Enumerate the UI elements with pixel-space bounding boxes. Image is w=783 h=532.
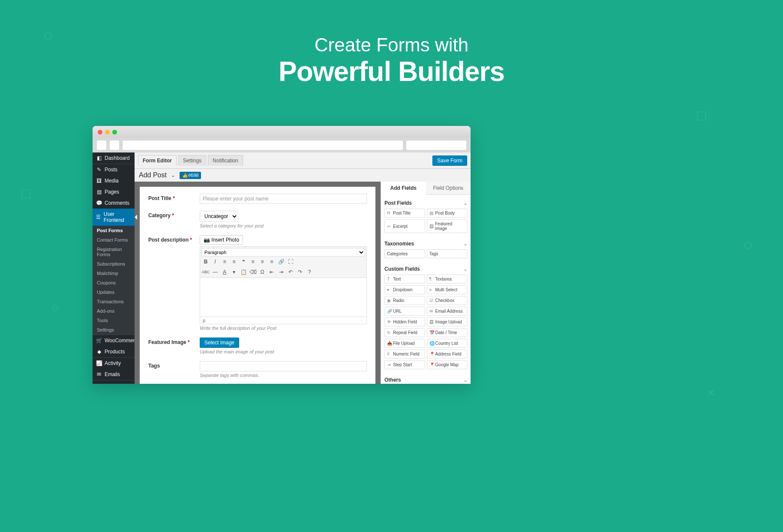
sidebar-item-appearance[interactable]: 🖌Appearance [93,380,135,384]
sidebar-sub-tools[interactable]: Tools [93,316,135,325]
field-post-body[interactable]: ▤Post Body [427,209,468,218]
sidebar-sub-subscriptions[interactable]: Subscriptions [93,259,135,269]
bullet-list-icon[interactable]: ≡ [220,257,229,266]
resize-handle-icon[interactable]: ⟋ [359,318,364,323]
close-icon[interactable] [98,130,102,134]
sidebar-item-comments[interactable]: 💬Comments [93,197,135,209]
sidebar-item-dashboard[interactable]: ◧Dashboard [93,152,135,164]
sidebar-item-posts[interactable]: ✎Posts [93,164,135,175]
category-select[interactable]: Uncategorized [200,211,238,222]
field-text[interactable]: TText [384,275,425,284]
sidebar-item-emails[interactable]: ✉Emails [93,369,135,380]
url-field[interactable] [123,140,403,150]
sidebar-item-media[interactable]: 🖼Media [93,175,135,186]
sidebar-sub-addons[interactable]: Add-ons [93,306,135,316]
field-email-address[interactable]: ✉Email Address [427,307,468,316]
quote-icon[interactable]: ❝ [239,257,248,266]
search-field[interactable] [406,140,466,150]
field-tags[interactable]: Tags [427,249,468,258]
description-editor[interactable] [200,278,366,317]
field-file-upload[interactable]: 📤File Upload [384,339,425,348]
indent-icon[interactable]: ⇥ [277,268,285,276]
clear-icon[interactable]: ⌫ [249,268,257,276]
field-featured-image[interactable]: 🖼Featured Image [427,219,468,233]
form-id-badge: 👍#698 [180,172,201,179]
sidebar-sub-registration-forms[interactable]: Registration Forms [93,245,135,259]
caret-icon[interactable]: ▾ [230,268,238,276]
redo-icon[interactable]: ↷ [296,268,304,276]
field-address-field[interactable]: 📍Address Field [427,350,468,359]
chevron-down-icon[interactable]: ⌄ [171,172,175,178]
paste-icon[interactable]: 📋 [239,268,248,276]
field-dropdown[interactable]: ▾Dropdown [384,285,425,294]
nav-button[interactable] [97,140,106,150]
field-excerpt[interactable]: ✂Excerpt [384,219,425,233]
field-date-time[interactable]: 📅Date / Time [427,328,468,337]
sidebar-sub-mailchimp[interactable]: Mailchimp [93,269,135,278]
align-left-icon[interactable]: ≡ [249,257,257,266]
section-post-fields[interactable]: Post Fields⌄ [384,197,467,209]
tab-field-options[interactable]: Field Options [426,182,471,195]
align-right-icon[interactable]: ≡ [267,257,276,266]
post-title-input[interactable] [200,194,367,204]
tags-input[interactable] [200,361,367,371]
bold-icon[interactable]: B [201,257,210,266]
tab-notification[interactable]: Notification [208,155,243,166]
sidebar-sub-updates[interactable]: Updates [93,287,135,297]
textcolor-icon[interactable]: A [220,268,229,276]
field-icon: 📍 [429,362,434,367]
field-country-list[interactable]: 🌐Country List [427,339,468,348]
sidebar-item-user-frontend[interactable]: ☰User Frontend [93,209,135,226]
link-icon[interactable]: 🔗 [277,257,285,266]
insert-photo-button[interactable]: 📷 Insert Photo [200,235,243,245]
field-multi-select[interactable]: ≡Multi Select [427,285,468,294]
save-form-button[interactable]: Save Form [432,155,467,166]
select-image-button[interactable]: Select Image [200,338,239,348]
field-numeric-field[interactable]: #Numeric Field [384,350,425,359]
field-textarea[interactable]: ¶Textarea [427,275,468,284]
field-url[interactable]: 🔗URL [384,307,425,316]
pin-icon: ✎ [96,167,102,173]
tab-add-fields[interactable]: Add Fields [381,182,426,195]
sidebar-label: Dashboard [105,155,130,161]
field-hidden-field[interactable]: 👁Hidden Field [384,317,425,326]
strike-icon[interactable]: ABC [201,268,210,276]
sidebar-item-woocommerce[interactable]: 🛒WooCommerce [93,335,135,346]
section-custom-fields[interactable]: Custom Fields⌄ [384,263,467,275]
italic-icon[interactable]: I [211,257,219,266]
sidebar-sub-coupons[interactable]: Coupons [93,278,135,287]
align-center-icon[interactable]: ≡ [258,257,267,266]
field-categories[interactable]: Categories [384,249,425,258]
sidebar-sub-settings[interactable]: Settings [93,325,135,335]
tab-settings[interactable]: Settings [178,155,206,166]
help-icon[interactable]: ? [305,268,314,276]
minimize-icon[interactable] [105,130,110,134]
sidebar-item-products[interactable]: ◆Products [93,346,135,357]
sidebar-item-pages[interactable]: ▤Pages [93,186,135,197]
nav-button[interactable] [110,140,119,150]
number-list-icon[interactable]: ≡ [230,257,238,266]
sidebar-item-activity[interactable]: 📈Activity [93,357,135,369]
field-post-title[interactable]: HPost Title [384,209,425,218]
sidebar-sub-post-forms[interactable]: Post Forms [93,226,135,235]
field-radio[interactable]: ◉Radio [384,296,425,305]
field-repeat-field[interactable]: ↻Repeat Field [384,328,425,337]
field-checkbox[interactable]: ☑Checkbox [427,296,468,305]
undo-icon[interactable]: ↶ [286,268,295,276]
description-help: Write the full description of your Post [200,326,367,331]
field-step-start[interactable]: ⇥Step Start [384,360,425,369]
tab-form-editor[interactable]: Form Editor [138,155,177,166]
sidebar-label: Posts [105,167,117,173]
maximize-icon[interactable] [112,130,117,134]
hr-icon[interactable]: — [211,268,219,276]
section-others[interactable]: Others⌄ [384,374,467,384]
outdent-icon[interactable]: ⇤ [267,268,276,276]
sidebar-sub-contact-forms[interactable]: Contact Forms [93,235,135,245]
fullscreen-icon[interactable]: ⛶ [286,257,295,266]
field-image-upload[interactable]: 🖼Image Upload [427,317,468,326]
sidebar-sub-transactions[interactable]: Transactions [93,297,135,306]
section-taxonomies[interactable]: Taxonomies⌄ [384,238,467,249]
special-char-icon[interactable]: Ω [258,268,267,276]
field-google-map[interactable]: 📍Google Map [427,360,468,369]
format-select[interactable]: Paragraph [201,248,365,257]
